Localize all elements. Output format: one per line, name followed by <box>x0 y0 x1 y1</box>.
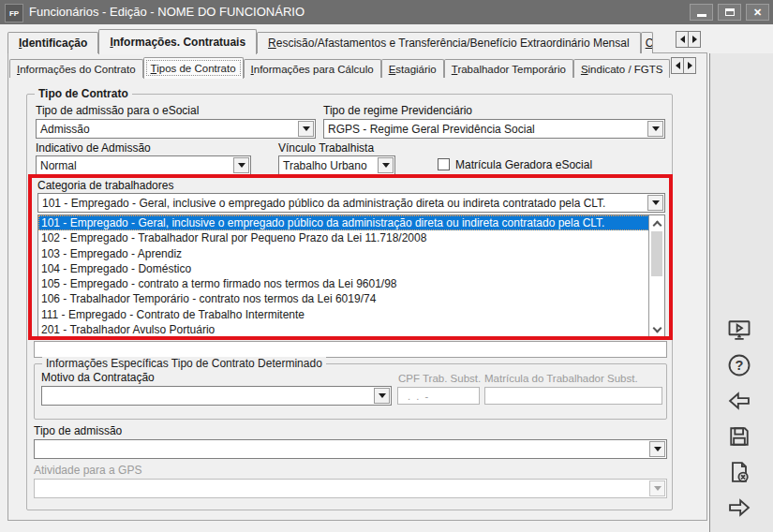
combo-value: Trabalho Urbano <box>283 159 367 172</box>
chevron-down-icon <box>379 393 386 402</box>
combo-tipo-regime[interactable]: RGPS - Regime Geral Previdência Social <box>323 119 665 139</box>
tab-sindicato-fgts[interactable]: Sindicato / FGTS <box>573 59 671 78</box>
maximize-icon <box>725 8 735 16</box>
dropdown-button[interactable] <box>647 195 663 211</box>
chevron-down-icon <box>303 126 310 135</box>
scrollbar[interactable] <box>648 215 664 337</box>
dropdown-button[interactable] <box>233 157 249 173</box>
dropdown-button[interactable] <box>649 441 665 457</box>
list-item[interactable]: 105 - Empregado - contrato a termo firma… <box>38 276 664 291</box>
combo-value: RGPS - Regime Geral Previdência Social <box>328 123 535 136</box>
chevron-down-icon <box>652 126 660 135</box>
empty-text-field[interactable] <box>34 341 667 358</box>
label-indicativo-admissao: Indicativo de Admissão <box>36 141 151 155</box>
checkbox-matricula-geradora-esocial[interactable] <box>438 158 450 170</box>
tab-trabalhador-temporario[interactable]: Trabalhador Temporário <box>444 59 573 78</box>
dropdown-button[interactable] <box>647 121 663 137</box>
tabstrip-contrato-scroller <box>672 57 696 74</box>
combo-indicativo-admissao[interactable]: Normal <box>36 155 251 175</box>
arrow-right-icon <box>688 62 696 69</box>
chevron-down-icon <box>652 323 662 332</box>
combo-categoria-trabalhadores[interactable]: 101 - Empregado - Geral, inclusive o emp… <box>37 193 665 213</box>
chevron-down-icon <box>382 163 390 171</box>
close-button[interactable]: ✕ <box>746 4 769 21</box>
cancel-document-icon <box>726 459 752 485</box>
label-matricula-geradora-esocial: Matrícula Geradora eSocial <box>455 158 592 171</box>
combo-tipo-admissao[interactable] <box>34 439 667 459</box>
list-item[interactable]: 201 - Trabalhador Avulso Portuário <box>38 322 664 337</box>
tab-scroll-right-button[interactable] <box>688 31 701 48</box>
preview-screen-button[interactable] <box>721 315 757 345</box>
minimize-icon <box>697 14 706 17</box>
chevron-up-icon <box>652 220 662 229</box>
combo-value: 101 - Empregado - Geral, inclusive o emp… <box>42 197 605 210</box>
chevron-down-icon <box>238 163 245 171</box>
list-item[interactable]: 104 - Empregado - Doméstico <box>38 261 664 276</box>
label-tipo-admissao-esocial: Tipo de admissão para o eSocial <box>36 104 199 117</box>
scroll-down-button[interactable] <box>649 322 664 337</box>
label-atividade-gps: Atividade para a GPS <box>34 464 141 477</box>
help-icon: ? <box>726 352 752 378</box>
svg-text:?: ? <box>736 358 744 373</box>
tab-scroll-left-button[interactable] <box>676 31 689 48</box>
tabstrip-contrato: Informações do Contrato Tipos de Contrat… <box>9 56 670 78</box>
dropdown-button[interactable] <box>374 388 390 404</box>
groupbox-title: Informações Específicas Tipo de Contrato… <box>42 357 326 370</box>
input-cpf-trab-subst[interactable]: . . - <box>397 387 480 405</box>
chevron-down-icon <box>654 486 662 495</box>
tab-scroll-left-button[interactable] <box>671 57 684 74</box>
previous-record-button[interactable] <box>721 386 757 416</box>
arrow-left-icon <box>676 36 685 43</box>
save-button[interactable] <box>721 421 757 451</box>
minimize-button[interactable] <box>690 4 713 21</box>
list-item[interactable]: 106 - Trabalhador Temporário - contrato … <box>38 291 664 306</box>
tab-tipos-de-contrato[interactable]: Tipos de Contrato <box>143 57 244 79</box>
input-matricula-trab-subst[interactable] <box>484 387 662 405</box>
combo-atividade-gps <box>34 479 667 498</box>
combo-vinculo-trabalhista[interactable]: Trabalho Urbano <box>278 155 395 175</box>
combo-value: Admissão <box>40 123 90 136</box>
tab-informacoes-do-contrato[interactable]: Informações do Contrato <box>9 59 143 78</box>
tabstrip-main-scroller <box>676 31 701 48</box>
next-record-button[interactable] <box>721 493 757 523</box>
tab-informacoes-contratuais[interactable]: Informações. Contratuais <box>98 29 257 54</box>
tab-scroll-right-button[interactable] <box>683 57 696 74</box>
tab-informacoes-para-calculo[interactable]: Informações para Cálculo <box>244 59 381 78</box>
scrollbar-thumb[interactable] <box>651 231 662 276</box>
list-item[interactable]: 103 - Empregado - Aprendiz <box>38 246 664 261</box>
label-vinculo-trabalhista: Vínculo Trabalhista <box>278 141 374 155</box>
list-item[interactable]: 111 - Empregado - Contrato de Trabalho I… <box>38 307 664 322</box>
app-icon: FP <box>5 4 23 22</box>
tab-estagiario[interactable]: Estagiário <box>381 59 444 78</box>
arrow-right-icon <box>692 36 701 43</box>
tab-partial-next[interactable]: C <box>641 32 653 53</box>
dropdown-button[interactable] <box>378 157 394 173</box>
arrow-right-icon <box>726 495 752 521</box>
label-categoria-trabalhadores: Categoria de trabalhadores <box>37 179 173 192</box>
label-motivo-contratacao: Motivo da Contratação <box>41 371 155 384</box>
help-button[interactable]: ? <box>721 350 757 380</box>
combo-motivo-contratacao[interactable] <box>41 386 392 406</box>
label-matricula-trab-subst: Matrícula do Trabalhador Subst. <box>484 373 638 384</box>
tab-identificacao[interactable]: Identificação <box>7 32 98 53</box>
tab-rescisao-afastamentos[interactable]: Rescisão/Afastamentos e Transferência/Be… <box>257 32 641 53</box>
tabstrip-main: Identificação Informações. Contratuais R… <box>7 28 653 53</box>
chevron-down-icon <box>652 200 660 209</box>
combo-tipo-admissao-esocial[interactable]: Admissão <box>36 119 316 139</box>
window-title: Funcionários - Edição - NOME DO FUNCIONÁ… <box>29 5 305 19</box>
close-icon: ✕ <box>753 7 762 19</box>
save-icon <box>726 423 752 450</box>
chevron-down-icon <box>654 447 662 455</box>
dropdown-button[interactable] <box>298 121 314 137</box>
groupbox-title: Tipo de Contrato <box>35 87 132 100</box>
arrow-left-icon <box>726 388 752 414</box>
titlebar: FP Funcionários - Edição - NOME DO FUNCI… <box>0 0 773 24</box>
categoria-dropdown-list: 101 - Empregado - Geral, inclusive o emp… <box>37 214 665 338</box>
scroll-up-button[interactable] <box>649 215 664 230</box>
list-item[interactable]: 101 - Empregado - Geral, inclusive o emp… <box>38 215 664 230</box>
list-item[interactable]: 102 - Empregado - Trabalhador Rural por … <box>38 230 664 245</box>
maximize-button[interactable] <box>718 4 741 21</box>
label-cpf-trab-subst: CPF Trab. Subst. <box>398 373 481 384</box>
label-tipo-regime: Tipo de regime Previdenciário <box>323 104 472 117</box>
cancel-record-button[interactable] <box>721 457 757 487</box>
